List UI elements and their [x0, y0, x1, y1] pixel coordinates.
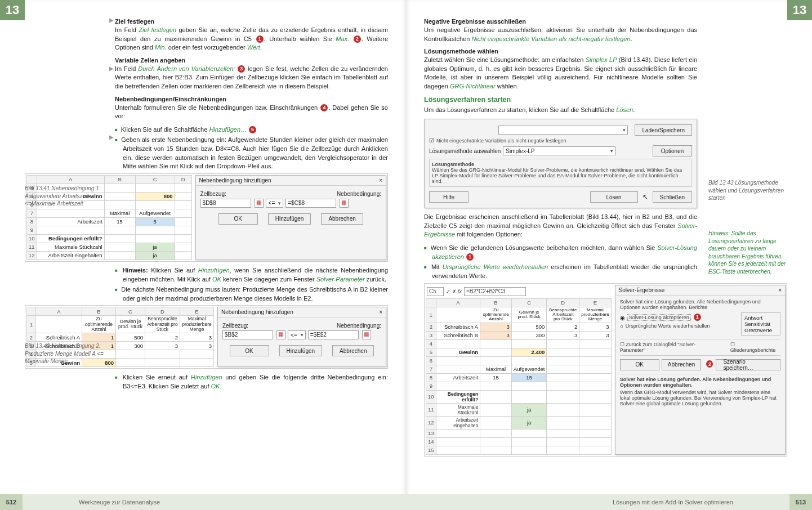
page-right: 13 Negative Ergebnisse ausschließen Um n… [406, 0, 812, 510]
para-results: Die Ergebnisse erscheinen anschließend i… [424, 213, 697, 239]
heading-ziel: Ziel festlegen [115, 18, 388, 25]
radio-restore[interactable]: Ursprüngliche Werte wiederherstellen [626, 323, 710, 329]
para-variable: Im Feld Durch Ändern von Variablenzellen… [115, 65, 388, 91]
save-scenario-button[interactable]: Szenario speichern… [716, 359, 780, 370]
list-item: Hinweis: Klicken Sie auf Hinzufügen, wen… [123, 266, 388, 284]
label-cond: Nebenbedingung: [319, 323, 381, 329]
heading-variable: Variable Zellen angeben [115, 57, 388, 64]
options-button[interactable]: Optionen [653, 145, 692, 156]
range-picker-icon[interactable] [255, 199, 264, 208]
dialog-title: Nebenbedingung hinzufügen [199, 177, 271, 184]
select-method[interactable]: Simplex-LP [503, 146, 615, 155]
marker-2: 2 [706, 360, 713, 368]
checkbox-back[interactable]: Zurück zum Dialogfeld "Solver-Parameter" [620, 342, 695, 353]
method-heading: Lösungsmethode [432, 162, 689, 167]
add-button[interactable]: Hinzufügen [268, 213, 311, 225]
heading-nebenbed: Nebenbedingungen/Einschränkungen [115, 96, 388, 102]
close-button[interactable]: Schließen [653, 191, 692, 203]
triangle-icon: ▶ [109, 17, 114, 23]
side-hint: Hinweis: Sollte das Lösungsverfahren zu … [708, 230, 787, 275]
para-ziel: Im Feld Ziel festlegen geben Sie an, wel… [115, 26, 388, 52]
excel-grid: C5 ✓ ✗ fx =B2*C2+B3*C3 ABCDE 1Zu optimie… [426, 285, 612, 455]
result-msg: Solver hat eine Lösung gefunden. Alle Ne… [620, 299, 780, 310]
footer-text: Lösungen mit dem Add-In Solver optimiere… [613, 499, 733, 505]
side-caption-13-41: Bild 13.41 Nebenbedingung 1: Aufgewendet… [25, 185, 104, 208]
checkbox-nonneg[interactable]: Nicht eingeschränkte Variablen als nicht… [436, 138, 566, 144]
label-cellref: Zellbezug: [222, 323, 262, 329]
dialog-add-constraint: Nebenbedingung hinzufügen× Zellbezug: Ne… [217, 307, 386, 367]
help-button[interactable]: Hilfe [429, 191, 469, 203]
cancel-button[interactable]: Abbrechen [321, 213, 363, 225]
label-cond: Nebenbedingung: [319, 191, 381, 197]
heading-method: Lösungsmethode wählen [424, 48, 697, 55]
list-item: Klicken Sie auf die Schaltfläche Hinzufü… [123, 126, 388, 135]
page-spread: 13 ▶ ▶ ▶ Ziel festlegen Im Feld Ziel fes… [0, 0, 812, 510]
close-icon[interactable]: × [379, 177, 382, 184]
page-footer: 512 Werkzeuge zur Datenanalyse [0, 494, 406, 510]
add-button[interactable]: Hinzufügen [279, 345, 323, 356]
footer-text: Werkzeuge zur Datenanalyse [79, 499, 160, 505]
close-icon[interactable]: × [778, 287, 782, 293]
cancel-button[interactable]: Abbrechen [662, 359, 702, 370]
dialog-title: Solver-Ergebnisse [619, 287, 665, 293]
para-negative: Um negative Ergebnisse auszuschließen, a… [424, 26, 697, 43]
range-picker-icon[interactable] [362, 330, 371, 339]
dialog-add-constraint: Nebenbedingung hinzufügen× Zellbezug: Ne… [195, 175, 386, 260]
para-start: Um das Lösungsverfahren zu starten, klic… [424, 106, 697, 115]
ok-button[interactable]: OK [620, 359, 659, 370]
input-constraint[interactable]: =$C$8 [285, 199, 336, 208]
method-text: Wählen Sie das GRG-Nichtlinear-Modul für… [432, 167, 689, 184]
list-2: Hinweis: Klicken Sie auf Hinzufügen, wen… [115, 266, 388, 303]
ok-button[interactable]: OK [230, 345, 269, 356]
triangle-icon: ▶ [109, 65, 114, 71]
input-constraint[interactable]: =$E$2 [308, 330, 359, 339]
range-picker-icon[interactable] [340, 199, 349, 208]
list-1: Klicken Sie auf die Schaltfläche Hinzufü… [115, 126, 388, 171]
range-picker-icon[interactable] [276, 330, 285, 339]
content-right: Negative Ergebnisse ausschließen Um nega… [424, 16, 787, 487]
heading-start: Lösungsverfahren starten [424, 96, 697, 104]
list-item: Klicken Sie erneut auf Hinzufügen und ge… [123, 373, 388, 391]
cancel-button[interactable]: Abbrechen [332, 345, 374, 356]
reports-list[interactable]: Antwort Sensitivität Grenzwerte [741, 312, 780, 335]
result-footer-2: Wenn das GRG-Modul verwendet wird, hat S… [620, 390, 780, 406]
load-save-button[interactable]: Laden/Speichern [635, 124, 692, 136]
label-method: Lösungsmethode auswählen [429, 148, 501, 154]
list-results: Wenn Sie die gefundenen Lösungswerte bei… [424, 244, 697, 280]
radio-accept[interactable]: Solver-Lösung akzeptieren [627, 314, 691, 321]
cursor-icon: ↖ [643, 193, 648, 201]
checkbox-outline[interactable]: Gliederungsberichte [730, 347, 776, 353]
select-operator[interactable]: <= [288, 330, 306, 339]
side-caption-13-42: Bild 13.42 Nebenbedingung 2: Produzierte… [25, 342, 104, 365]
page-number: 512 [0, 494, 23, 510]
side-caption-13-43: Bild 13.43 Lösungsmethode wählen und Lös… [708, 179, 787, 202]
para-method: Zuletzt wählen Sie eine Lösungsmethode: … [424, 56, 697, 91]
input-cellref[interactable]: $B$2 [222, 330, 273, 339]
solve-button[interactable]: Lösen [590, 191, 638, 203]
chapter-tab: 13 [0, 0, 25, 20]
dialog-title: Nebenbedingung hinzufügen [221, 309, 293, 315]
figure-13-44: C5 ✓ ✗ fx =B2*C2+B3*C3 ABCDE 1Zu optimie… [424, 283, 787, 457]
constraint-list[interactable] [498, 126, 628, 135]
para-nebenbed: Unterhalb formulieren Sie die Nebenbedin… [115, 104, 388, 121]
result-footer-1: Solver hat eine Lösung gefunden. Alle Ne… [620, 377, 780, 388]
dialog-solver-params: Laden/Speichern ☑Nicht eingeschränkte Va… [424, 119, 697, 208]
marker-1: 1 [694, 314, 701, 321]
list-item: Wenn Sie die gefundenen Lösungswerte bei… [432, 244, 697, 261]
page-left: 13 ▶ ▶ ▶ Ziel festlegen Im Feld Ziel fes… [0, 0, 406, 510]
list-item: Mit Ursprüngliche Werte wiederherstellen… [432, 263, 697, 280]
label-cellref: Zellbezug: [200, 191, 240, 197]
page-footer: Lösungen mit dem Add-In Solver optimiere… [406, 494, 812, 510]
close-icon[interactable]: × [379, 309, 382, 315]
select-operator[interactable]: <= [266, 199, 284, 208]
list-3: Klicken Sie erneut auf Hinzufügen und ge… [115, 373, 388, 391]
triangle-icon: ▶ [109, 134, 114, 140]
input-cellref[interactable]: $D$8 [200, 199, 251, 208]
dialog-solver-results: Solver-Ergebnisse× Solver hat eine Lösun… [615, 285, 786, 455]
content-left: ▶ ▶ ▶ Ziel festlegen Im Feld Ziel festle… [25, 16, 388, 487]
list-item: Die nächste Nebenbedingung muss lauten: … [123, 285, 388, 303]
chapter-tab: 13 [787, 0, 812, 20]
heading-negative: Negative Ergebnisse ausschließen [424, 18, 697, 25]
ok-button[interactable]: OK [218, 213, 258, 225]
page-number: 513 [789, 494, 812, 510]
